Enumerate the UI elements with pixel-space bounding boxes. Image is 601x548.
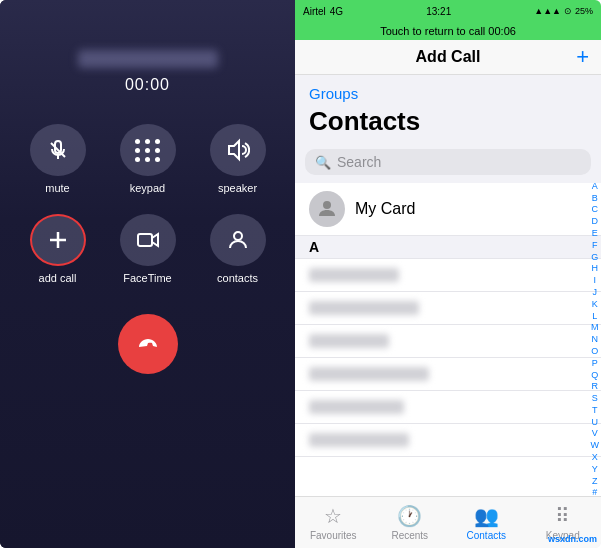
alpha-hash[interactable]: # — [592, 487, 597, 496]
keypad-tab-icon: ⠿ — [555, 504, 570, 528]
favourites-icon: ☆ — [324, 504, 342, 528]
signal-icon: ▲▲▲ — [534, 6, 561, 16]
alpha-r[interactable]: R — [592, 381, 599, 392]
facetime-icon — [136, 228, 160, 252]
alpha-o[interactable]: O — [591, 346, 598, 357]
search-placeholder: Search — [337, 154, 381, 170]
search-bar[interactable]: 🔍 Search — [305, 149, 591, 175]
alpha-p[interactable]: P — [592, 358, 598, 369]
contacts-screen: Airtel 4G 13:21 ▲▲▲ ⊙ 25% Touch to retur… — [295, 0, 601, 548]
tab-contacts[interactable]: 👥 Contacts — [448, 504, 525, 541]
avatar — [309, 191, 345, 227]
alpha-c[interactable]: C — [592, 204, 599, 215]
alpha-j[interactable]: J — [593, 287, 598, 298]
favourites-label: Favourites — [310, 530, 357, 541]
my-card-row[interactable]: My Card — [295, 183, 601, 236]
alpha-q[interactable]: Q — [591, 370, 598, 381]
contact-row[interactable] — [295, 424, 601, 457]
add-call-button-circle — [30, 214, 86, 266]
svg-point-7 — [234, 232, 242, 240]
speaker-icon — [226, 138, 250, 162]
facetime-label: FaceTime — [123, 272, 172, 284]
status-bar: Airtel 4G 13:21 ▲▲▲ ⊙ 25% — [295, 0, 601, 22]
end-call-button[interactable] — [118, 314, 178, 374]
keypad-label: keypad — [130, 182, 165, 194]
alpha-s[interactable]: S — [592, 393, 598, 404]
alpha-h[interactable]: H — [592, 263, 599, 274]
contact-row[interactable] — [295, 292, 601, 325]
alpha-g[interactable]: G — [591, 252, 598, 263]
status-right: ▲▲▲ ⊙ 25% — [534, 6, 593, 16]
svg-marker-3 — [229, 141, 239, 159]
mute-label: mute — [45, 182, 69, 194]
alpha-d[interactable]: D — [592, 216, 599, 227]
alpha-a[interactable]: A — [592, 183, 598, 192]
contact-name-blur — [309, 334, 389, 348]
alpha-e[interactable]: E — [592, 228, 598, 239]
svg-rect-6 — [138, 234, 152, 246]
nav-bar-title: Add Call — [416, 48, 481, 66]
add-contact-button[interactable]: + — [576, 44, 589, 70]
add-call-label: add call — [39, 272, 77, 284]
facetime-button[interactable]: FaceTime — [113, 214, 183, 284]
contact-row[interactable] — [295, 391, 601, 424]
person-icon — [316, 198, 338, 220]
time-label: 13:21 — [426, 6, 451, 17]
mute-button[interactable]: mute — [23, 124, 93, 194]
alpha-i[interactable]: I — [593, 275, 596, 286]
tab-favourites[interactable]: ☆ Favourites — [295, 504, 372, 541]
contact-name-blur — [309, 367, 429, 381]
mute-icon — [47, 139, 69, 161]
alpha-l[interactable]: L — [592, 311, 597, 322]
recents-label: Recents — [391, 530, 428, 541]
speaker-button[interactable]: speaker — [203, 124, 273, 194]
alpha-v[interactable]: V — [592, 428, 598, 439]
add-call-icon — [46, 228, 70, 252]
contact-row[interactable] — [295, 325, 601, 358]
return-call-bar[interactable]: Touch to return to call 00:06 — [295, 22, 601, 40]
alpha-k[interactable]: K — [592, 299, 598, 310]
network-label: 4G — [330, 6, 343, 17]
alpha-n[interactable]: N — [592, 334, 599, 345]
battery-label: 25% — [575, 6, 593, 16]
alpha-b[interactable]: B — [592, 193, 598, 204]
tab-recents[interactable]: 🕐 Recents — [372, 504, 449, 541]
alpha-y[interactable]: Y — [592, 464, 598, 475]
contacts-list: My Card A A B C D E F G — [295, 183, 601, 496]
contacts-icon — [226, 228, 250, 252]
contact-row[interactable] — [295, 259, 601, 292]
alpha-f[interactable]: F — [592, 240, 598, 251]
end-call-icon — [135, 331, 161, 357]
groups-link[interactable]: Groups — [309, 85, 587, 102]
alpha-z[interactable]: Z — [592, 476, 598, 487]
contact-name-blur — [309, 268, 399, 282]
recents-icon: 🕐 — [397, 504, 422, 528]
contacts-button[interactable]: contacts — [203, 214, 273, 284]
contact-row[interactable] — [295, 358, 601, 391]
call-screen: 00:00 mute key — [0, 0, 295, 548]
alpha-x[interactable]: X — [592, 452, 598, 463]
call-duration: 00:00 — [78, 76, 218, 94]
contact-name-blur — [309, 433, 409, 447]
contacts-label: contacts — [217, 272, 258, 284]
search-icon: 🔍 — [315, 155, 331, 170]
carrier-label: Airtel — [303, 6, 326, 17]
nav-bar: Add Call + — [295, 40, 601, 75]
section-header-a: A — [295, 236, 601, 259]
alpha-t[interactable]: T — [592, 405, 598, 416]
alpha-w[interactable]: W — [591, 440, 600, 451]
contacts-tab-icon: 👥 — [474, 504, 499, 528]
watermark: wsxdn.com — [548, 534, 597, 544]
my-card-label: My Card — [355, 200, 415, 218]
alphabet-index: A B C D E F G H I J K L M N O P Q R S T … — [591, 183, 600, 496]
caller-name — [78, 50, 218, 68]
mute-button-circle — [30, 124, 86, 176]
caller-info: 00:00 — [78, 50, 218, 94]
alpha-u[interactable]: U — [592, 417, 599, 428]
contacts-header: Groups Contacts — [295, 75, 601, 141]
add-call-button[interactable]: add call — [23, 214, 93, 284]
keypad-button-circle — [120, 124, 176, 176]
keypad-button[interactable]: keypad — [113, 124, 183, 194]
alpha-m[interactable]: M — [591, 322, 599, 333]
contacts-tab-label: Contacts — [467, 530, 506, 541]
